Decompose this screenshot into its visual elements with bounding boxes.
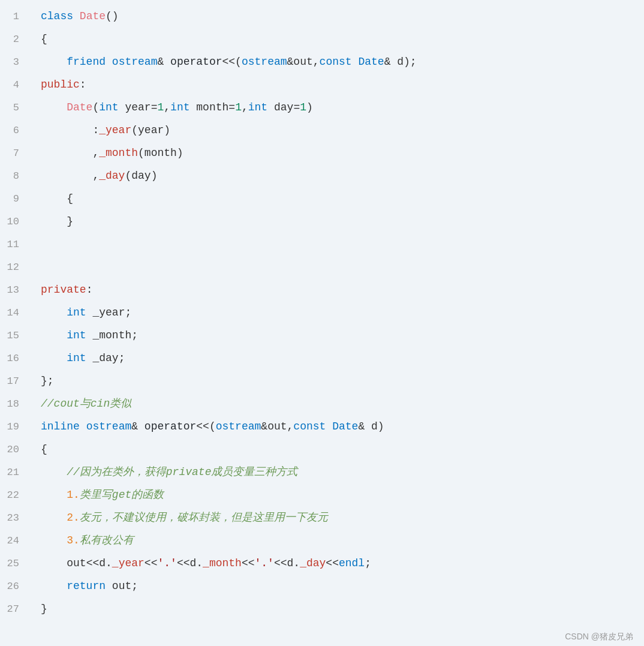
code-line: 10 } <box>0 210 644 233</box>
code-line: 21 //因为在类外，获得private成员变量三种方式 <box>0 461 644 483</box>
line-content <box>29 256 644 278</box>
line-content: 3.私有改公有 <box>29 529 644 552</box>
code-line: 8 ,_day(day) <box>0 164 644 187</box>
code-line: 9 { <box>0 187 644 210</box>
line-content: } <box>29 597 644 620</box>
line-content: out<<d._year<<'.'<<d._month<<'.'<<d._day… <box>29 552 644 575</box>
code-line: 17}; <box>0 369 644 392</box>
code-line: 23 2.友元，不建议使用，破坏封装，但是这里用一下友元 <box>0 506 644 529</box>
line-content: class Date() <box>29 5 644 28</box>
code-line: 27} <box>0 597 644 620</box>
code-line: 5 Date(int year=1,int month=1,int day=1) <box>0 96 644 119</box>
line-number: 11 <box>0 233 29 256</box>
line-number: 7 <box>0 142 29 164</box>
line-content: } <box>29 210 644 233</box>
line-number: 18 <box>0 392 29 415</box>
code-table: 1class Date()2{3 friend ostream& operato… <box>0 5 644 620</box>
code-line: 4public: <box>0 73 644 96</box>
code-line: 19inline ostream& operator<<(ostream&out… <box>0 415 644 438</box>
code-line: 20{ <box>0 438 644 461</box>
line-number: 10 <box>0 210 29 233</box>
line-number: 1 <box>0 5 29 28</box>
line-content: return out; <box>29 575 644 597</box>
line-number: 25 <box>0 552 29 575</box>
line-number: 2 <box>0 28 29 50</box>
line-content: }; <box>29 369 644 392</box>
line-number: 15 <box>0 324 29 347</box>
code-line: 11 <box>0 233 644 256</box>
line-number: 19 <box>0 415 29 438</box>
code-line: 18//cout与cin类似 <box>0 392 644 415</box>
code-line: 15 int _month; <box>0 324 644 347</box>
line-content: ,_month(month) <box>29 142 644 164</box>
code-container: 1class Date()2{3 friend ostream& operato… <box>0 0 644 628</box>
line-number: 14 <box>0 301 29 324</box>
line-content: int _day; <box>29 347 644 369</box>
line-content: int _month; <box>29 324 644 347</box>
line-number: 5 <box>0 96 29 119</box>
line-number: 9 <box>0 187 29 210</box>
code-line: 13private: <box>0 278 644 301</box>
line-content: friend ostream& operator<<(ostream&out,c… <box>29 50 644 73</box>
code-line: 22 1.类里写get的函数 <box>0 483 644 506</box>
line-content: int _year; <box>29 301 644 324</box>
code-line: 16 int _day; <box>0 347 644 369</box>
line-content: public: <box>29 73 644 96</box>
code-line: 7 ,_month(month) <box>0 142 644 164</box>
line-content <box>29 233 644 256</box>
code-line: 24 3.私有改公有 <box>0 529 644 552</box>
code-line: 1class Date() <box>0 5 644 28</box>
line-content: { <box>29 438 644 461</box>
line-content: :_year(year) <box>29 119 644 142</box>
line-content: Date(int year=1,int month=1,int day=1) <box>29 96 644 119</box>
line-number: 13 <box>0 278 29 301</box>
line-content: 1.类里写get的函数 <box>29 483 644 506</box>
line-content: //因为在类外，获得private成员变量三种方式 <box>29 461 644 483</box>
code-line: 25 out<<d._year<<'.'<<d._month<<'.'<<d._… <box>0 552 644 575</box>
line-content: //cout与cin类似 <box>29 392 644 415</box>
code-line: 12 <box>0 256 644 278</box>
line-number: 21 <box>0 461 29 483</box>
line-content: ,_day(day) <box>29 164 644 187</box>
code-line: 14 int _year; <box>0 301 644 324</box>
code-line: 26 return out; <box>0 575 644 597</box>
line-content: inline ostream& operator<<(ostream&out,c… <box>29 415 644 438</box>
code-line: 6 :_year(year) <box>0 119 644 142</box>
line-number: 20 <box>0 438 29 461</box>
footer-attribution: CSDN @猪皮兄弟 <box>0 628 644 646</box>
line-number: 12 <box>0 256 29 278</box>
line-content: { <box>29 187 644 210</box>
line-number: 3 <box>0 50 29 73</box>
line-content: 2.友元，不建议使用，破坏封装，但是这里用一下友元 <box>29 506 644 529</box>
code-line: 3 friend ostream& operator<<(ostream&out… <box>0 50 644 73</box>
line-number: 27 <box>0 597 29 620</box>
code-line: 2{ <box>0 28 644 50</box>
line-number: 4 <box>0 73 29 96</box>
line-number: 23 <box>0 506 29 529</box>
line-number: 26 <box>0 575 29 597</box>
line-number: 16 <box>0 347 29 369</box>
line-content: private: <box>29 278 644 301</box>
line-number: 17 <box>0 369 29 392</box>
line-content: { <box>29 28 644 50</box>
line-number: 8 <box>0 164 29 187</box>
line-number: 24 <box>0 529 29 552</box>
line-number: 22 <box>0 483 29 506</box>
line-number: 6 <box>0 119 29 142</box>
